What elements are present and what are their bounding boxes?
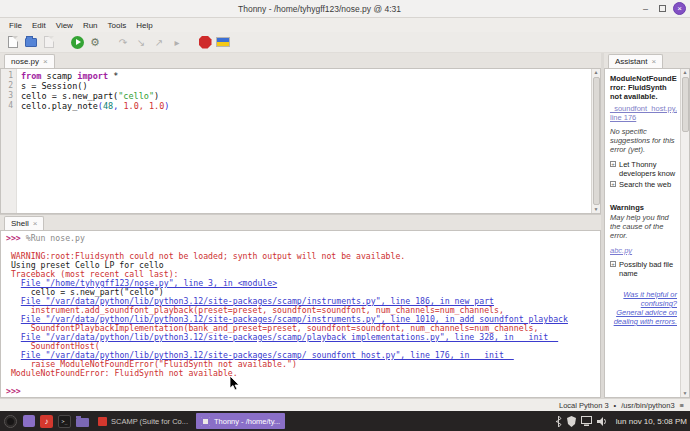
expand-item-report[interactable]: + Let Thonny developers know — [610, 160, 677, 178]
shell-line — [6, 378, 600, 387]
text-token: , — [113, 101, 123, 111]
step-into-button[interactable]: ↘ — [134, 35, 148, 49]
statusbar-separator: • — [614, 401, 617, 410]
volume-icon[interactable] — [597, 416, 608, 427]
scroll-up-icon[interactable]: ▲ — [594, 69, 599, 76]
interpreter-path[interactable]: /usr/bin/python3 — [621, 401, 674, 410]
expand-plus-icon[interactable]: + — [610, 161, 616, 167]
tab-assistant[interactable]: Assistant × — [608, 54, 663, 68]
line-number: 2 — [1, 81, 16, 91]
warning-file-link[interactable]: abc.py — [610, 246, 677, 255]
maximize-button[interactable] — [656, 2, 669, 15]
feedback-link[interactable]: Was it helpful or confusing? — [610, 290, 677, 308]
menu-item[interactable]: Run — [78, 20, 103, 31]
code-line: cello.play_note(48, 1.0, 1.0) — [21, 101, 600, 111]
line-number: 3 — [1, 91, 16, 101]
scamp-icon: ♪ — [40, 415, 53, 428]
stop-restart-button[interactable] — [198, 35, 212, 49]
launcher-file-manager[interactable] — [75, 414, 90, 429]
line-number: 4 — [1, 101, 16, 111]
launcher-scamp[interactable]: ♪ — [39, 414, 54, 429]
expand-plus-icon[interactable]: + — [610, 181, 616, 187]
menu-item[interactable]: Help — [131, 20, 157, 31]
close-button[interactable]: × — [673, 2, 686, 15]
launcher-terminal[interactable]: >_ — [57, 414, 72, 429]
bluetooth-icon[interactable] — [555, 416, 562, 427]
titlebar[interactable]: Thonny - /home/tyhygff123/nose.py @ 4:31… — [0, 0, 690, 18]
tab-shell[interactable]: Shell × — [4, 216, 44, 230]
launcher-purple-app[interactable] — [21, 414, 36, 429]
editor-tab-label: nose.py — [11, 57, 39, 66]
main-area: nose.py × 1234 from scamp import *s = Se… — [0, 53, 690, 398]
expand-item-label: Let Thonny developers know — [619, 160, 677, 178]
text-token: %Run nose.py — [26, 233, 85, 243]
step-out-button[interactable]: ↗ — [152, 35, 166, 49]
support-ukraine-button[interactable] — [216, 35, 230, 49]
menu-item[interactable]: File — [4, 20, 27, 31]
run-play-icon — [71, 36, 84, 49]
folder-icon — [76, 418, 89, 427]
taskbar-item-thonny[interactable]: Thonny - /home/ty... — [196, 413, 285, 429]
save-icon — [44, 36, 54, 48]
expand-plus-icon[interactable]: + — [610, 261, 616, 267]
menu-item[interactable]: Edit — [27, 20, 51, 31]
applications-menu-button[interactable] — [3, 414, 18, 429]
save-file-button[interactable] — [42, 35, 56, 49]
text-token: cello = s.new_part( — [21, 91, 118, 101]
error-location-link[interactable]: _soundfont_host.py, line 176 — [610, 104, 677, 122]
purple-app-icon — [23, 415, 35, 427]
shield-icon[interactable] — [567, 416, 576, 427]
tab-close-icon[interactable]: × — [33, 219, 38, 228]
scroll-down-icon[interactable]: ▼ — [683, 390, 688, 397]
line-number: 1 — [1, 71, 16, 81]
open-file-button[interactable] — [24, 35, 38, 49]
step-over-button[interactable]: ↷ — [116, 35, 130, 49]
editor-scrollbar[interactable]: ▲ ▼ — [591, 69, 600, 213]
resume-button[interactable]: ▸ — [170, 35, 184, 49]
backend-label[interactable]: Local Python 3 — [559, 401, 609, 410]
tab-nose-py[interactable]: nose.py × — [4, 54, 55, 68]
stack-frame-link[interactable]: File "/var/data/python/lib/python3.12/si… — [21, 332, 558, 342]
menubar: FileEditViewRunToolsHelp — [0, 18, 690, 32]
code-editor[interactable]: 1234 from scamp import *s = Session()cel… — [0, 68, 601, 214]
text-token: , — [139, 101, 149, 111]
shell-tab-label: Shell — [11, 219, 29, 228]
app-menu-icon — [4, 415, 17, 428]
step-out-icon: ↗ — [155, 37, 163, 48]
shell-line: ModuleNotFoundError: FluidSynth not avai… — [6, 369, 600, 378]
debug-script-button[interactable]: ⚙ — [88, 35, 102, 49]
shell-output[interactable]: >>> %Run nose.py WARNING:root:Fluidsynth… — [0, 230, 601, 398]
text-token: import — [77, 71, 108, 81]
tab-close-icon[interactable]: × — [651, 57, 656, 66]
code-line: s = Session() — [21, 81, 600, 91]
taskbar: ♪ >_ SCAMP (Suite for Co... Thonny - /ho… — [0, 411, 690, 431]
display-icon[interactable] — [581, 416, 592, 426]
assistant-tabbar: Assistant × — [604, 53, 690, 68]
taskbar-clock[interactable]: lun nov 10, 5:08 PM — [616, 417, 687, 426]
shell-tabbar: Shell × — [0, 214, 601, 230]
assistant-scrollbar[interactable]: ▲ ▼ — [680, 69, 689, 397]
toolbar: ⚙ ↷ ↘ ↗ ▸ — [0, 32, 690, 53]
general-advice-link[interactable]: General advice on dealing with errors. — [610, 308, 677, 326]
desktop: Thonny - /home/tyhygff123/nose.py @ 4:31… — [0, 0, 690, 431]
expand-item-bad-filename[interactable]: + Possibly bad file name — [610, 260, 677, 278]
system-tray: lun nov 10, 5:08 PM — [555, 416, 687, 427]
maximize-icon — [659, 5, 666, 12]
text-token: cello.play_note — [21, 101, 98, 111]
run-script-button[interactable] — [70, 35, 84, 49]
editor-scroll-thumb[interactable] — [593, 77, 600, 205]
code-area[interactable]: from scamp import *s = Session()cello = … — [17, 69, 600, 213]
expand-item-search[interactable]: + Search the web — [610, 180, 677, 189]
taskbar-item-scamp[interactable]: SCAMP (Suite for Co... — [93, 413, 193, 429]
scroll-down-icon[interactable]: ▼ — [594, 206, 599, 213]
tab-close-icon[interactable]: × — [43, 57, 48, 66]
menu-item[interactable]: View — [51, 20, 78, 31]
expand-item-label: Search the web — [619, 180, 671, 189]
scroll-up-icon[interactable]: ▲ — [683, 69, 688, 76]
menu-item[interactable]: Tools — [103, 20, 132, 31]
line-number-gutter: 1234 — [1, 69, 17, 213]
assistant-scroll-thumb[interactable] — [682, 77, 689, 132]
backend-menu-icon[interactable]: ≡ — [680, 401, 684, 410]
minimize-button[interactable]: – — [639, 2, 652, 15]
new-file-button[interactable] — [6, 35, 20, 49]
